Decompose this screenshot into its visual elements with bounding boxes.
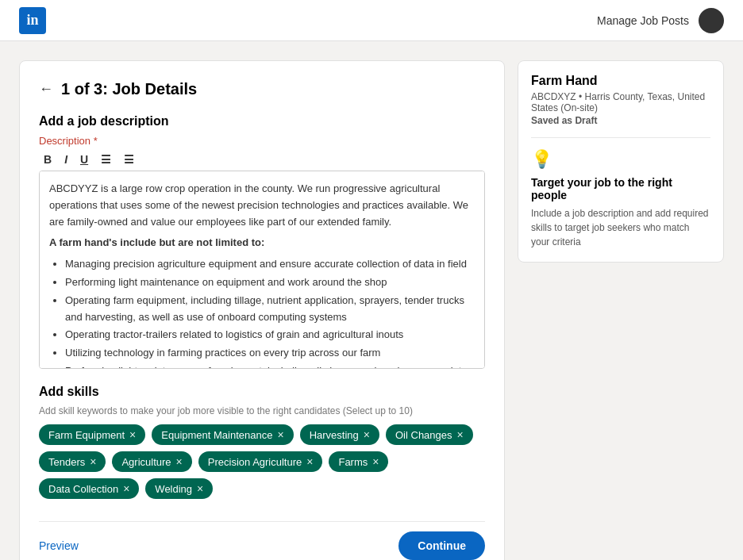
user-avatar[interactable]: [699, 8, 724, 33]
right-panel: Farm Hand ABCDXYZ • Harris County, Texas…: [518, 60, 724, 560]
skill-tag-label: Farms: [338, 456, 368, 468]
skill-tag: Farm Equipment×: [39, 424, 145, 445]
tip-section: 💡 Target your job to the right people In…: [531, 137, 710, 249]
back-button[interactable]: ←: [39, 81, 53, 98]
skill-tag-label: Farm Equipment: [48, 429, 125, 441]
bullet-item: Operating tractor-trailers related to lo…: [65, 327, 475, 343]
skill-tag: Tenders×: [39, 451, 106, 472]
skill-tag-remove[interactable]: ×: [306, 455, 313, 468]
lightbulb-icon: 💡: [531, 149, 710, 170]
formatting-toolbar: B I U ☰ ☰: [39, 152, 485, 167]
skill-tag-remove[interactable]: ×: [277, 428, 283, 441]
skill-tag: Data Collection×: [39, 478, 139, 499]
step-nav: ← 1 of 3: Job Details: [39, 80, 485, 98]
main-content: ← 1 of 3: Job Details Add a job descript…: [0, 41, 743, 560]
job-card: Farm Hand ABCDXYZ • Harris County, Texas…: [518, 60, 724, 263]
job-company-location: ABCDXYZ • Harris County, Texas, United S…: [531, 91, 710, 113]
underline-button[interactable]: U: [75, 152, 93, 167]
ordered-list-button[interactable]: ☰: [119, 152, 139, 167]
left-panel: ← 1 of 3: Job Details Add a job descript…: [19, 60, 505, 560]
bullet-item: Operating farm equipment, including till…: [65, 293, 475, 326]
description-textarea[interactable]: ABCDYYZ is a large row crop operation in…: [39, 171, 485, 369]
logo-text: in: [26, 12, 38, 29]
header-right: Manage Job Posts: [597, 8, 724, 33]
skill-tag-label: Tenders: [48, 456, 85, 468]
manage-jobs-link[interactable]: Manage Job Posts: [597, 14, 689, 27]
skill-tag: Harvesting×: [300, 424, 379, 445]
skill-tag-remove[interactable]: ×: [197, 482, 203, 495]
skill-tag-remove[interactable]: ×: [90, 455, 96, 468]
skill-tag-label: Oil Changes: [395, 429, 452, 441]
skills-section: Add skills Add skill keywords to make yo…: [39, 385, 485, 499]
skill-tag-label: Data Collection: [48, 483, 118, 495]
preview-button[interactable]: Preview: [39, 539, 79, 552]
skill-tag: Oil Changes×: [386, 424, 473, 445]
job-draft-status: Saved as Draft: [531, 115, 710, 126]
description-bold-line: A farm hand's include but are not limite…: [49, 235, 475, 251]
panel-footer: Preview Continue: [39, 521, 485, 560]
description-intro: ABCDYYZ is a large row crop operation in…: [49, 181, 475, 230]
skill-tag: Farms×: [329, 451, 388, 472]
bullet-item: Utilizing technology in farming practice…: [65, 345, 475, 362]
skill-tag-label: Precision Agriculture: [208, 456, 302, 468]
tip-text: Include a job description and add requir…: [531, 206, 710, 249]
skill-tag: Welding×: [145, 478, 213, 499]
unordered-list-button[interactable]: ☰: [96, 152, 116, 167]
skill-tag-label: Agriculture: [121, 456, 171, 468]
skills-section-title: Add skills: [39, 385, 485, 399]
continue-button[interactable]: Continue: [398, 531, 485, 560]
bullet-item: Managing precision agriculture equipment…: [65, 256, 475, 273]
bullet-item: Performing light maintenance of equipmen…: [65, 363, 475, 369]
italic-button[interactable]: I: [60, 152, 72, 167]
description-section-title: Add a job description: [39, 114, 485, 128]
skill-tag-label: Equipment Maintenance: [161, 429, 272, 441]
skill-tag-remove[interactable]: ×: [457, 428, 464, 441]
step-title: 1 of 3: Job Details: [61, 80, 197, 98]
skill-tag-label: Welding: [155, 483, 192, 495]
description-bullet-list: Managing precision agriculture equipment…: [49, 256, 475, 369]
skill-tag: Equipment Maintenance×: [152, 424, 293, 445]
tip-heading: Target your job to the right people: [531, 176, 710, 201]
skill-tag-remove[interactable]: ×: [123, 482, 129, 495]
skill-tag-remove[interactable]: ×: [176, 455, 183, 468]
skill-tag-remove[interactable]: ×: [372, 455, 379, 468]
description-field-label: Description *: [39, 135, 485, 147]
job-title: Farm Hand: [531, 74, 710, 88]
skills-tags-container: Farm Equipment×Equipment Maintenance×Har…: [39, 424, 485, 499]
bullet-item: Performing light maintenance on equipmen…: [65, 274, 475, 291]
skill-tag: Precision Agriculture×: [198, 451, 323, 472]
skill-tag: Agriculture×: [112, 451, 191, 472]
skills-subtitle: Add skill keywords to make your job more…: [39, 405, 485, 416]
header: in Manage Job Posts: [0, 0, 743, 41]
skill-tag-remove[interactable]: ×: [364, 428, 370, 441]
skill-tag-label: Harvesting: [310, 429, 359, 441]
bold-button[interactable]: B: [39, 152, 56, 167]
skill-tag-remove[interactable]: ×: [129, 428, 136, 441]
linkedin-logo: in: [19, 7, 46, 34]
